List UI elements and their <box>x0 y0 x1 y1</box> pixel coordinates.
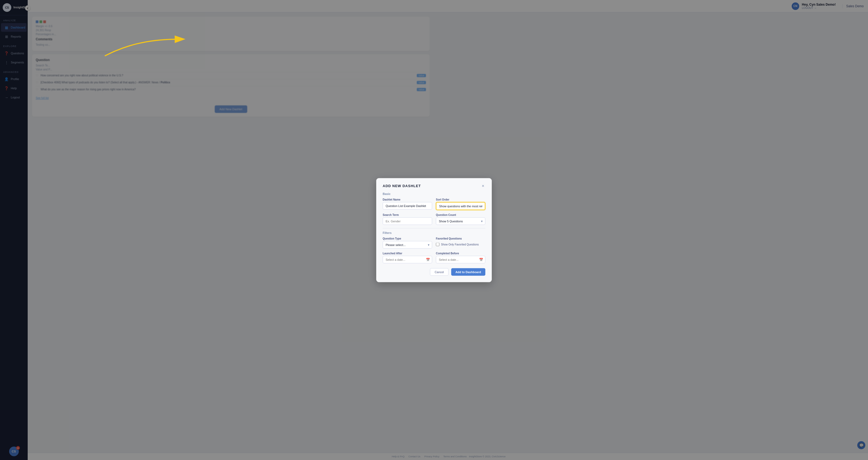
dashlet-name-input[interactable] <box>383 202 432 209</box>
search-term-group: Search Term <box>383 213 432 225</box>
search-term-input[interactable] <box>383 217 432 225</box>
add-dashlet-modal: ADD NEW DASHLET × Basic Dashlet Name Sor… <box>376 178 434 230</box>
modal-overlay <box>0 0 434 230</box>
name-sortorder-row: Dashlet Name Sort Order Show questions w… <box>383 198 434 210</box>
modal-title: ADD NEW DASHLET <box>383 184 421 188</box>
modal-header: ADD NEW DASHLET × <box>383 183 434 188</box>
filters-section: Filters Question Type Please select... F… <box>383 228 434 230</box>
search-term-label: Search Term <box>383 213 432 216</box>
searchterm-questioncount-row: Search Term Question Count Show 5 Questi… <box>383 213 434 225</box>
dashlet-name-label: Dashlet Name <box>383 198 432 201</box>
basic-section-label: Basic <box>383 192 434 195</box>
dashlet-name-group: Dashlet Name <box>383 198 432 210</box>
